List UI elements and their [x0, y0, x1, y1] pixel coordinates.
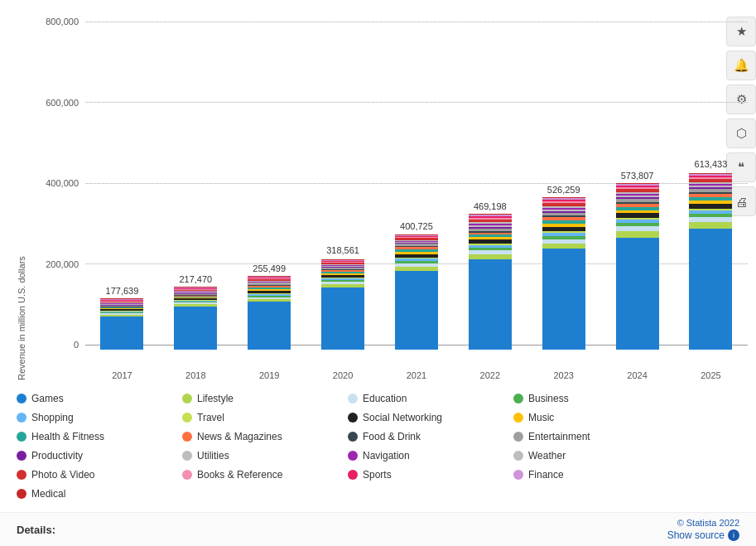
- legend-dot-utilities: [182, 451, 192, 461]
- legend-item-lifestyle: Lifestyle: [182, 393, 348, 404]
- legend-item-social-networking: Social Networking: [348, 412, 513, 423]
- legend-label-weather: Weather: [528, 450, 566, 461]
- legend-dot-shopping: [17, 413, 26, 423]
- segment-games-2021: [395, 271, 438, 350]
- legend-dot-education: [348, 394, 358, 403]
- legend-item-medical: Medical: [17, 488, 182, 500]
- legend-label-music: Music: [528, 412, 554, 423]
- legend-label-navigation: Navigation: [363, 450, 410, 461]
- legend-dot-sports: [348, 470, 358, 480]
- bar-group-2018: 217,470: [174, 274, 217, 350]
- bar-total-2018: 217,470: [179, 274, 212, 284]
- legend-dot-medical: [17, 489, 26, 499]
- segment-games-2019: [248, 302, 291, 350]
- y-axis-label: Revenue in million U.S. dollars: [17, 17, 26, 380]
- x-label-2017: 2017: [100, 370, 143, 380]
- legend-item-navigation: Navigation: [348, 450, 513, 461]
- legend-item-news-&-magazines: News & Magazines: [182, 431, 348, 442]
- legend-item-books-&-reference: Books & Reference: [182, 469, 348, 481]
- legend-label-travel: Travel: [197, 412, 224, 423]
- legend-dot-navigation: [348, 451, 358, 461]
- legend-item-utilities: Utilities: [182, 450, 348, 461]
- segment-games-2024: [616, 238, 659, 350]
- legend-dot-photo-&-video: [17, 470, 26, 480]
- legend-item-entertainment: Entertainment: [513, 431, 679, 442]
- legend-label-lifestyle: Lifestyle: [197, 393, 234, 404]
- legend-dot-entertainment: [513, 432, 523, 442]
- bar-total-2020: 318,561: [326, 245, 359, 255]
- x-label-2023: 2023: [542, 370, 585, 380]
- legend-dot-health-&-fitness: [17, 432, 26, 442]
- legend-label-food-&-drink: Food & Drink: [363, 431, 421, 442]
- segment-1-2024: [616, 231, 659, 238]
- legend-item-shopping: Shopping: [17, 412, 182, 423]
- segment-games-2022: [469, 259, 512, 350]
- bar-group-2020: 318,561: [321, 245, 364, 350]
- bar-group-2017: 177,639: [100, 286, 143, 350]
- legend-label-photo-&-video: Photo & Video: [31, 469, 95, 481]
- legend-dot-news-&-magazines: [182, 432, 192, 442]
- grid-label-400k: 400,000: [33, 178, 79, 188]
- legend-label-medical: Medical: [31, 488, 65, 500]
- legend-dot-finance: [513, 470, 523, 480]
- legend-label-utilities: Utilities: [197, 450, 229, 461]
- legend-item-music: Music: [513, 412, 679, 423]
- legend-label-sports: Sports: [363, 469, 392, 481]
- legend-label-social-networking: Social Networking: [363, 412, 442, 423]
- legend-item-education: Education: [348, 393, 513, 404]
- show-source-button[interactable]: Show source i: [667, 529, 739, 541]
- segment-games-2018: [174, 307, 217, 350]
- legend-label-finance: Finance: [528, 469, 564, 481]
- segment-games-2025: [689, 229, 732, 350]
- legend-label-productivity: Productivity: [31, 450, 83, 461]
- main-container: ★ 🔔 ⚙ ⬡ ❝ 🖨 Revenue in million U.S. doll…: [0, 0, 756, 546]
- bar-total-2021: 400,725: [400, 221, 433, 231]
- bar-total-2022: 469,198: [474, 201, 507, 211]
- legend-item-food-&-drink: Food & Drink: [348, 431, 513, 442]
- segment-games-2017: [100, 316, 143, 350]
- grid-and-bars: 800,000 600,000 400,000 200,000: [33, 17, 748, 350]
- legend-item-weather: Weather: [513, 450, 679, 461]
- legend-item-health-&-fitness: Health & Fitness: [17, 431, 182, 442]
- legend-label-business: Business: [528, 393, 569, 404]
- info-icon: i: [728, 529, 739, 541]
- legend-item-photo-&-video: Photo & Video: [17, 469, 182, 481]
- x-label-2025: 2025: [689, 370, 732, 380]
- bar-group-2024: 573,807: [616, 171, 659, 350]
- bar-group-2021: 400,725: [395, 221, 438, 350]
- legend-label-health-&-fitness: Health & Fitness: [31, 431, 104, 442]
- segment-1-2025: [689, 222, 732, 229]
- legend-item-travel: Travel: [182, 412, 348, 423]
- segment-games-2023: [542, 249, 585, 350]
- bar-stack-2020: [321, 258, 364, 350]
- legend-label-books-&-reference: Books & Reference: [197, 469, 282, 481]
- legend-label-shopping: Shopping: [31, 412, 74, 423]
- legend-dot-music: [513, 413, 523, 423]
- bar-stack-2024: [616, 183, 659, 350]
- legend-dot-weather: [513, 451, 523, 461]
- x-label-2019: 2019: [248, 370, 291, 380]
- bar-stack-2019: [248, 276, 291, 350]
- segment-games-2020: [321, 287, 364, 350]
- legend-dot-travel: [182, 413, 192, 423]
- bar-total-2019: 255,499: [253, 263, 286, 273]
- legend-label-games: Games: [31, 393, 64, 404]
- statista-link[interactable]: © Statista 2022: [677, 518, 739, 528]
- bar-total-2023: 526,259: [547, 185, 580, 195]
- legend-dot-social-networking: [348, 413, 358, 423]
- bar-stack-2025: [689, 172, 732, 350]
- bar-stack-2018: [174, 287, 217, 350]
- bottom-bar: Details: © Statista 2022 Show source i: [0, 512, 756, 546]
- bottom-right: © Statista 2022 Show source i: [667, 518, 739, 541]
- legend-label-news-&-magazines: News & Magazines: [197, 431, 282, 442]
- x-label-2022: 2022: [469, 370, 512, 380]
- legend-item-business: Business: [513, 393, 679, 404]
- show-source-label: Show source: [667, 529, 725, 541]
- legend-label-entertainment: Entertainment: [528, 431, 590, 442]
- bars-container: 177,639217,470255,499318,561400,725469,1…: [85, 17, 748, 350]
- bar-stack-2021: [395, 234, 438, 350]
- grid-label-800k: 800,000: [33, 17, 79, 27]
- legend-item-games: Games: [17, 393, 182, 404]
- bar-group-2022: 469,198: [469, 201, 512, 350]
- legend-area: GamesLifestyleEducationBusinessShoppingT…: [0, 389, 756, 512]
